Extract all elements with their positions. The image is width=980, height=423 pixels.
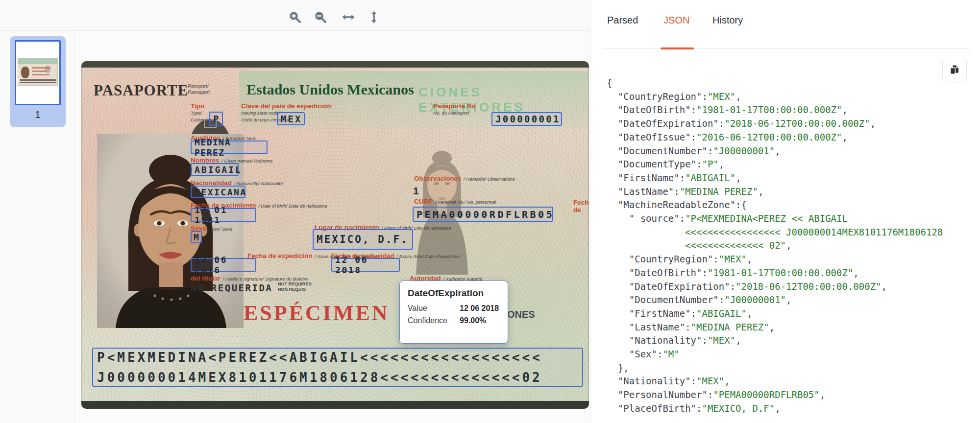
bbox-nationality[interactable]: MEXICANA xyxy=(191,186,245,198)
tooltip-field-name: DateOfExpiration xyxy=(408,288,500,299)
tooltip-confidence-label: Confidence xyxy=(408,316,460,325)
passport-title-sub2: Passeport xyxy=(188,90,210,95)
label-observaciones: Observaciones xyxy=(414,175,462,182)
results-panel: Parsed JSON History { "CountryRegion":"M… xyxy=(590,0,980,423)
passport-image: CIONES EXTERIORES PASAPORTE Passport/ Pa… xyxy=(81,61,589,409)
label-observaciones-tr: / Remarks/ Observations xyxy=(464,176,515,182)
passport-bottom-edge xyxy=(81,401,589,409)
bbox-date-of-issue[interactable]: 12 06 2016 xyxy=(191,258,256,272)
tab-json[interactable]: JSON xyxy=(663,15,689,26)
ones-text-fragment: ONES xyxy=(507,309,535,320)
fit-height-button[interactable] xyxy=(366,9,382,25)
label-firma: del titular xyxy=(191,275,220,282)
json-line: "_source":"P<MEXMEDINA<PEREZ << ABIGAIL xyxy=(607,212,979,226)
thumbnail-preview xyxy=(15,40,61,105)
passport-title: PASAPORTE xyxy=(94,82,188,99)
label-clave: Clave del país de expedición xyxy=(241,102,331,110)
document-canvas[interactable]: CIONES EXTERIORES PASAPORTE Passport/ Pa… xyxy=(80,31,590,423)
tooltip-confidence: 99.00% xyxy=(460,316,486,325)
label-firma-tr: / Holder's signature/ Signature du titul… xyxy=(222,276,308,282)
bbox-document-type[interactable]: P xyxy=(209,112,223,126)
zoom-in-icon xyxy=(288,10,302,24)
field-label-curp: CURP / Personal No./ No. personnel xyxy=(414,198,496,205)
json-line: "CountryRegion":"MEX", xyxy=(607,90,979,104)
json-line: { xyxy=(607,76,979,90)
json-line: "DocumentType":"P", xyxy=(607,158,979,171)
label-curp-tr: / Personal No./ No. personnel xyxy=(435,199,496,205)
json-line: "DateOfBirth":"1981-01-17T00:00:00.000Z"… xyxy=(607,103,979,117)
fecha-label-fragment: Fecha de xyxy=(573,199,589,213)
label-sexo-tr: / Sex/ Sexe xyxy=(209,226,233,232)
bbox-sex[interactable]: M xyxy=(191,231,202,243)
label-pasaporte-no: Pasaporte No xyxy=(433,102,476,110)
bbox-place-of-birth[interactable]: MEXICO, D.F. xyxy=(313,229,413,250)
specimen-watermark: ESPÉCIMEN xyxy=(244,301,390,326)
field-label-firma: del titular / Holder's signature/ Signat… xyxy=(191,275,308,282)
field-label-pasaporte-no: Pasaporte No No. du Passeport xyxy=(433,103,476,116)
json-line: "LastName":"MEDINA PEREZ", xyxy=(607,185,979,199)
json-line: }, xyxy=(607,361,979,375)
tab-parsed[interactable]: Parsed xyxy=(607,15,638,26)
thumbnail-panel: 1 xyxy=(0,31,79,423)
thumbnail-page-number: 1 xyxy=(10,109,66,120)
json-line: "DateOfExpiration":"2018-06-12T00:00:00.… xyxy=(607,280,979,294)
fit-width-icon xyxy=(341,10,356,24)
label-clave-en: Issuing state code/ xyxy=(241,110,280,116)
observaciones-value: 1 xyxy=(413,185,419,197)
label-tipo-fr: Catégorie xyxy=(191,117,211,122)
tooltip-value: 12 06 2018 xyxy=(460,304,499,313)
field-label-tipo: Tipo Type/ Catégorie xyxy=(191,103,211,123)
tooltip-value-label: Value xyxy=(408,304,460,313)
tab-divider xyxy=(603,48,971,49)
thumbnail-passport-preview xyxy=(18,58,58,86)
label-curp: CURP xyxy=(414,198,433,205)
field-label-observaciones: Observaciones / Remarks/ Observations xyxy=(414,175,515,182)
json-line: "Sex":"M" xyxy=(607,348,979,361)
bbox-document-number[interactable]: J00000001 xyxy=(491,112,562,126)
json-line: "DateOfIssue":"2016-06-12T00:00:00.000Z"… xyxy=(607,131,979,144)
bbox-personal-number[interactable]: PEMA00000RDFLRB05 xyxy=(413,207,553,222)
json-line: "PlaceOfBirth":"MEXICO, D.F", xyxy=(607,402,979,416)
zoom-out-icon xyxy=(313,10,328,24)
viewer-toolbar xyxy=(0,0,590,31)
mrz-line-2: J000000014MEX8101176M1806128<<<<<<<<<<<<… xyxy=(97,370,578,385)
copy-icon xyxy=(949,64,960,76)
json-line: "Nationality":"MEX", xyxy=(607,375,979,388)
json-line: "LastName":"MEDINA PEREZ", xyxy=(607,321,979,334)
country-title: Estados Unidos Mexicanos xyxy=(246,81,414,98)
json-line: "DocumentNumber":"J00000001", xyxy=(607,293,979,307)
label-pasaporte-no-fr: No. du Passeport xyxy=(433,110,469,116)
json-line: "MachineReadableZone":{ xyxy=(607,198,979,212)
bbox-country-region[interactable]: MEX xyxy=(277,112,305,125)
label-tipo: Tipo xyxy=(191,102,204,110)
bbox-machine-readable-zone[interactable]: P<MEXMEDINA<PEREZ<<ABIGAIL<<<<<<<<<<<<<<… xyxy=(92,348,583,387)
json-line: "Nationality":"MEX", xyxy=(607,334,979,348)
fit-width-button[interactable] xyxy=(340,9,357,25)
json-line: "DocumentNumber":"J00000001", xyxy=(607,144,979,158)
tab-history[interactable]: History xyxy=(712,15,743,26)
json-line: "DateOfExpiration":"2018-06-12T00:00:00.… xyxy=(607,117,979,131)
not-required-note-fr: NON REQUIS xyxy=(278,287,306,292)
passport-title-sub1: Passport/ xyxy=(188,84,208,90)
label-tipo-en: Type/ xyxy=(191,110,202,116)
json-line: "CountryRegion":"MEX", xyxy=(607,253,979,266)
fit-height-icon xyxy=(367,10,381,24)
zoom-out-button[interactable] xyxy=(312,9,329,25)
label-fecha-caducidad-tr: / Expiry date/ Date d'expiration xyxy=(397,254,460,259)
zoom-in-button[interactable] xyxy=(287,9,303,25)
bbox-last-name[interactable]: MEDINA PEREZ xyxy=(191,141,268,154)
thumbnail-page-1[interactable]: 1 xyxy=(10,36,66,127)
json-line: <<<<<<<<<<<<<< 02", xyxy=(607,239,979,253)
bbox-date-of-expiration[interactable]: 12 06 2018 xyxy=(331,258,400,272)
mrz-line-1: P<MEXMEDINA<PEREZ<<ABIGAIL<<<<<<<<<<<<<<… xyxy=(97,350,578,365)
bbox-date-of-birth[interactable]: 17 01 1981 xyxy=(191,208,256,222)
bbox-first-name[interactable]: ABIGAIL xyxy=(191,163,239,176)
active-tab-indicator xyxy=(661,47,694,49)
json-line: "FirstName":"ABIGAIL", xyxy=(607,171,979,185)
signature-not-required: NO REQUERIDA xyxy=(191,282,272,293)
document-viewer-region: 1 CIONES EXTERIORES PASAPORTE Passport/ … xyxy=(0,0,590,423)
json-line: "PersonalNumber":"PEMA00000RDFLRB05", xyxy=(607,388,979,402)
field-tooltip: DateOfExpiration Value 12 06 2018 Confid… xyxy=(399,281,508,344)
label-fecha-nacimiento-tr: / Date of birth/ Date de naissance xyxy=(258,203,327,209)
json-line: "FirstName":"ABIGAIL", xyxy=(607,307,979,321)
